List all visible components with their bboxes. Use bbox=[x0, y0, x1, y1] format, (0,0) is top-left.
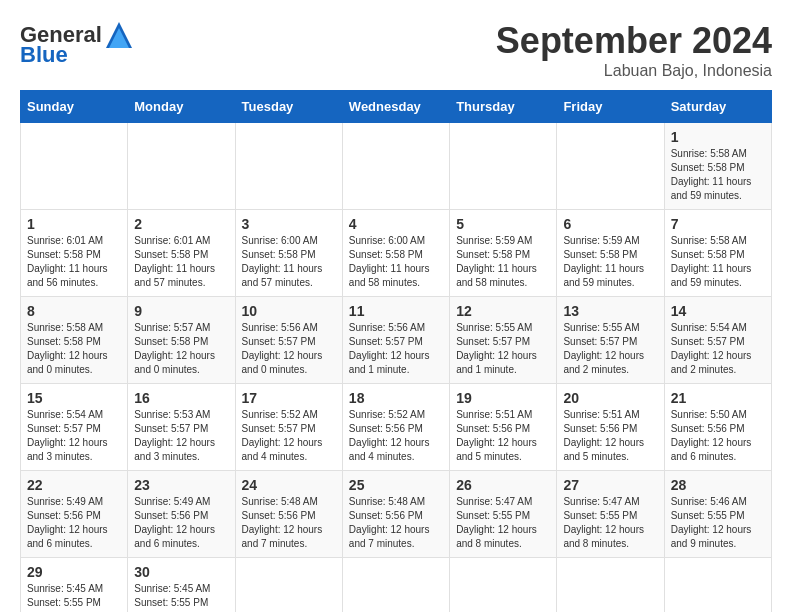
day-number: 18 bbox=[349, 390, 443, 406]
day-info: Sunrise: 5:59 AM Sunset: 5:58 PM Dayligh… bbox=[563, 234, 657, 290]
day-number: 7 bbox=[671, 216, 765, 232]
day-cell-29: 29Sunrise: 5:45 AM Sunset: 5:55 PM Dayli… bbox=[21, 558, 128, 613]
day-cell-13: 13Sunrise: 5:55 AM Sunset: 5:57 PM Dayli… bbox=[557, 297, 664, 384]
day-info: Sunrise: 6:00 AM Sunset: 5:58 PM Dayligh… bbox=[242, 234, 336, 290]
day-cell-18: 18Sunrise: 5:52 AM Sunset: 5:56 PM Dayli… bbox=[342, 384, 449, 471]
day-cell-8: 8Sunrise: 5:58 AM Sunset: 5:58 PM Daylig… bbox=[21, 297, 128, 384]
day-number: 30 bbox=[134, 564, 228, 580]
day-number: 23 bbox=[134, 477, 228, 493]
day-cell-22: 22Sunrise: 5:49 AM Sunset: 5:56 PM Dayli… bbox=[21, 471, 128, 558]
empty-cell bbox=[235, 123, 342, 210]
day-number: 6 bbox=[563, 216, 657, 232]
day-cell-9: 9Sunrise: 5:57 AM Sunset: 5:58 PM Daylig… bbox=[128, 297, 235, 384]
day-number: 1 bbox=[671, 129, 765, 145]
day-info: Sunrise: 5:54 AM Sunset: 5:57 PM Dayligh… bbox=[27, 408, 121, 464]
day-number: 8 bbox=[27, 303, 121, 319]
day-cell-4: 4Sunrise: 6:00 AM Sunset: 5:58 PM Daylig… bbox=[342, 210, 449, 297]
day-info: Sunrise: 5:59 AM Sunset: 5:58 PM Dayligh… bbox=[456, 234, 550, 290]
week-row-0: 1Sunrise: 5:58 AM Sunset: 5:58 PM Daylig… bbox=[21, 123, 772, 210]
day-number: 22 bbox=[27, 477, 121, 493]
day-info: Sunrise: 5:54 AM Sunset: 5:57 PM Dayligh… bbox=[671, 321, 765, 377]
logo-icon bbox=[104, 20, 134, 50]
day-cell-2: 2Sunrise: 6:01 AM Sunset: 5:58 PM Daylig… bbox=[128, 210, 235, 297]
day-number: 21 bbox=[671, 390, 765, 406]
day-cell-11: 11Sunrise: 5:56 AM Sunset: 5:57 PM Dayli… bbox=[342, 297, 449, 384]
day-number: 29 bbox=[27, 564, 121, 580]
day-info: Sunrise: 5:56 AM Sunset: 5:57 PM Dayligh… bbox=[242, 321, 336, 377]
week-row-3: 15Sunrise: 5:54 AM Sunset: 5:57 PM Dayli… bbox=[21, 384, 772, 471]
week-row-2: 8Sunrise: 5:58 AM Sunset: 5:58 PM Daylig… bbox=[21, 297, 772, 384]
day-cell-10: 10Sunrise: 5:56 AM Sunset: 5:57 PM Dayli… bbox=[235, 297, 342, 384]
day-cell-17: 17Sunrise: 5:52 AM Sunset: 5:57 PM Dayli… bbox=[235, 384, 342, 471]
weekday-header-sunday: Sunday bbox=[21, 91, 128, 123]
day-number: 12 bbox=[456, 303, 550, 319]
day-info: Sunrise: 5:49 AM Sunset: 5:56 PM Dayligh… bbox=[134, 495, 228, 551]
day-cell-21: 21Sunrise: 5:50 AM Sunset: 5:56 PM Dayli… bbox=[664, 384, 771, 471]
day-cell-15: 15Sunrise: 5:54 AM Sunset: 5:57 PM Dayli… bbox=[21, 384, 128, 471]
day-cell-16: 16Sunrise: 5:53 AM Sunset: 5:57 PM Dayli… bbox=[128, 384, 235, 471]
day-info: Sunrise: 5:51 AM Sunset: 5:56 PM Dayligh… bbox=[563, 408, 657, 464]
day-info: Sunrise: 5:50 AM Sunset: 5:56 PM Dayligh… bbox=[671, 408, 765, 464]
calendar-table: SundayMondayTuesdayWednesdayThursdayFrid… bbox=[20, 90, 772, 612]
day-cell-12: 12Sunrise: 5:55 AM Sunset: 5:57 PM Dayli… bbox=[450, 297, 557, 384]
day-info: Sunrise: 5:47 AM Sunset: 5:55 PM Dayligh… bbox=[563, 495, 657, 551]
day-number: 3 bbox=[242, 216, 336, 232]
day-number: 13 bbox=[563, 303, 657, 319]
day-number: 10 bbox=[242, 303, 336, 319]
empty-cell bbox=[450, 558, 557, 613]
day-info: Sunrise: 5:45 AM Sunset: 5:55 PM Dayligh… bbox=[27, 582, 121, 612]
day-number: 9 bbox=[134, 303, 228, 319]
empty-cell bbox=[128, 123, 235, 210]
day-info: Sunrise: 5:48 AM Sunset: 5:56 PM Dayligh… bbox=[349, 495, 443, 551]
logo: General Blue bbox=[20, 20, 134, 68]
day-info: Sunrise: 5:45 AM Sunset: 5:55 PM Dayligh… bbox=[134, 582, 228, 612]
day-cell-5: 5Sunrise: 5:59 AM Sunset: 5:58 PM Daylig… bbox=[450, 210, 557, 297]
empty-cell bbox=[235, 558, 342, 613]
day-cell-19: 19Sunrise: 5:51 AM Sunset: 5:56 PM Dayli… bbox=[450, 384, 557, 471]
weekday-header-tuesday: Tuesday bbox=[235, 91, 342, 123]
day-info: Sunrise: 5:46 AM Sunset: 5:55 PM Dayligh… bbox=[671, 495, 765, 551]
day-number: 20 bbox=[563, 390, 657, 406]
day-cell-24: 24Sunrise: 5:48 AM Sunset: 5:56 PM Dayli… bbox=[235, 471, 342, 558]
day-cell-25: 25Sunrise: 5:48 AM Sunset: 5:56 PM Dayli… bbox=[342, 471, 449, 558]
day-cell-1: 1Sunrise: 5:58 AM Sunset: 5:58 PM Daylig… bbox=[664, 123, 771, 210]
day-info: Sunrise: 5:58 AM Sunset: 5:58 PM Dayligh… bbox=[27, 321, 121, 377]
day-info: Sunrise: 5:47 AM Sunset: 5:55 PM Dayligh… bbox=[456, 495, 550, 551]
location-title: Labuan Bajo, Indonesia bbox=[496, 62, 772, 80]
day-cell-1: 1Sunrise: 6:01 AM Sunset: 5:58 PM Daylig… bbox=[21, 210, 128, 297]
day-number: 17 bbox=[242, 390, 336, 406]
day-info: Sunrise: 5:48 AM Sunset: 5:56 PM Dayligh… bbox=[242, 495, 336, 551]
day-cell-28: 28Sunrise: 5:46 AM Sunset: 5:55 PM Dayli… bbox=[664, 471, 771, 558]
day-number: 19 bbox=[456, 390, 550, 406]
empty-cell bbox=[557, 123, 664, 210]
day-number: 26 bbox=[456, 477, 550, 493]
day-info: Sunrise: 5:52 AM Sunset: 5:57 PM Dayligh… bbox=[242, 408, 336, 464]
day-cell-14: 14Sunrise: 5:54 AM Sunset: 5:57 PM Dayli… bbox=[664, 297, 771, 384]
weekday-header-friday: Friday bbox=[557, 91, 664, 123]
day-number: 15 bbox=[27, 390, 121, 406]
day-info: Sunrise: 5:58 AM Sunset: 5:58 PM Dayligh… bbox=[671, 147, 765, 203]
day-cell-20: 20Sunrise: 5:51 AM Sunset: 5:56 PM Dayli… bbox=[557, 384, 664, 471]
day-cell-23: 23Sunrise: 5:49 AM Sunset: 5:56 PM Dayli… bbox=[128, 471, 235, 558]
empty-cell bbox=[664, 558, 771, 613]
day-number: 25 bbox=[349, 477, 443, 493]
weekday-header-wednesday: Wednesday bbox=[342, 91, 449, 123]
day-number: 11 bbox=[349, 303, 443, 319]
day-info: Sunrise: 5:52 AM Sunset: 5:56 PM Dayligh… bbox=[349, 408, 443, 464]
day-cell-26: 26Sunrise: 5:47 AM Sunset: 5:55 PM Dayli… bbox=[450, 471, 557, 558]
week-row-4: 22Sunrise: 5:49 AM Sunset: 5:56 PM Dayli… bbox=[21, 471, 772, 558]
day-info: Sunrise: 5:51 AM Sunset: 5:56 PM Dayligh… bbox=[456, 408, 550, 464]
day-info: Sunrise: 5:55 AM Sunset: 5:57 PM Dayligh… bbox=[456, 321, 550, 377]
day-number: 16 bbox=[134, 390, 228, 406]
day-info: Sunrise: 5:57 AM Sunset: 5:58 PM Dayligh… bbox=[134, 321, 228, 377]
day-number: 28 bbox=[671, 477, 765, 493]
day-info: Sunrise: 5:55 AM Sunset: 5:57 PM Dayligh… bbox=[563, 321, 657, 377]
week-row-1: 1Sunrise: 6:01 AM Sunset: 5:58 PM Daylig… bbox=[21, 210, 772, 297]
day-info: Sunrise: 5:49 AM Sunset: 5:56 PM Dayligh… bbox=[27, 495, 121, 551]
weekday-header-monday: Monday bbox=[128, 91, 235, 123]
day-cell-30: 30Sunrise: 5:45 AM Sunset: 5:55 PM Dayli… bbox=[128, 558, 235, 613]
day-number: 24 bbox=[242, 477, 336, 493]
day-info: Sunrise: 5:58 AM Sunset: 5:58 PM Dayligh… bbox=[671, 234, 765, 290]
week-row-5: 29Sunrise: 5:45 AM Sunset: 5:55 PM Dayli… bbox=[21, 558, 772, 613]
weekday-header-thursday: Thursday bbox=[450, 91, 557, 123]
